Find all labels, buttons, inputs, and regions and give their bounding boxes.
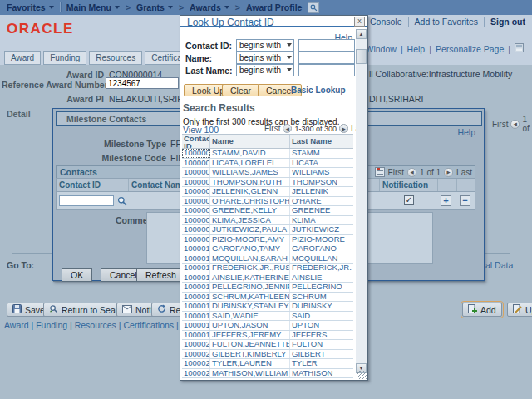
result-contact-id-link[interactable]: 1000019 [182, 331, 210, 340]
result-last-name-link[interactable]: SCHRUM [290, 293, 353, 302]
result-name-link[interactable]: MCQUILLAN,SARAH [210, 254, 290, 264]
milestone-help-link[interactable]: Help [457, 127, 475, 137]
personalize-page-link[interactable]: Personalize Page [436, 44, 504, 54]
result-contact-id-link[interactable]: 1000011 [182, 254, 210, 264]
scrollbar-thumb[interactable] [356, 49, 367, 64]
ok-button[interactable]: OK [62, 268, 92, 282]
result-contact-id-link[interactable]: 1000014 [182, 283, 210, 292]
result-last-name-link[interactable]: LICATA [290, 159, 353, 168]
result-name-link[interactable]: THOMPSON,RUTH [210, 178, 290, 187]
result-name-link[interactable]: AINSLIE,KATHERINE [210, 273, 290, 283]
result-contact-id-link[interactable]: 1000006 [182, 206, 210, 215]
result-contact-id-link[interactable]: 1000022 [182, 359, 210, 368]
sign-out-link[interactable]: Sign out [490, 17, 525, 27]
result-name-link[interactable]: FULTON,JEANNETTE [210, 340, 290, 349]
contact-id-lookup-icon[interactable] [117, 196, 127, 208]
result-last-name-link[interactable]: SAID [290, 312, 353, 321]
personalize-grid-icon[interactable] [375, 167, 385, 177]
result-last-name-link[interactable]: DUBINSKY [290, 302, 353, 311]
update-display-button[interactable]: Update [507, 303, 532, 317]
result-contact-id-link[interactable]: 1000013 [182, 273, 210, 283]
add-row-button[interactable]: + [441, 195, 451, 206]
result-last-name-link[interactable]: KLIMA [290, 216, 353, 225]
result-last-name-link[interactable]: WILLIAMS [290, 168, 353, 177]
result-name-link[interactable]: GREENEE,KELLY [210, 206, 290, 215]
add-to-favorites-link[interactable]: Add to Favorites [415, 17, 478, 27]
result-name-link[interactable]: DUBINSKY,STANLEY [210, 302, 290, 311]
menu-main-menu[interactable]: Main Menu [66, 2, 120, 12]
search-icon[interactable] [308, 2, 319, 13]
footer-link-certifications[interactable]: Certifications [123, 320, 174, 330]
result-last-name-link[interactable]: MCQUILLAN [290, 254, 353, 264]
result-contact-id-link[interactable]: 1000020 [182, 340, 210, 349]
result-name-link[interactable]: SAID,WADIE [210, 312, 290, 321]
result-contact-id-link[interactable]: 1000004 [182, 187, 210, 196]
basic-lookup-link[interactable]: Basic Lookup [291, 86, 346, 95]
tab-award[interactable]: Award [4, 51, 41, 65]
name-search-input[interactable] [298, 52, 355, 64]
result-contact-id-link[interactable]: 1000007 [182, 216, 210, 225]
result-name-link[interactable]: LICATA,LORELEI [210, 159, 290, 168]
result-contact-id-link[interactable]: 1000016 [182, 302, 210, 311]
scroll-up-icon[interactable]: ▲ [356, 29, 367, 39]
footer-link-resources[interactable]: Resources [75, 320, 116, 330]
footer-link-funding[interactable]: Funding [36, 320, 67, 330]
grid-pager-previous-icon[interactable]: ◀ [407, 168, 416, 177]
results-contact-id-header[interactable]: Contact ID [182, 135, 210, 148]
breadcrumb-awards[interactable]: Awards [190, 2, 229, 12]
reference-award-number-input[interactable] [106, 77, 179, 89]
result-contact-id-link[interactable]: 1000001 [182, 159, 210, 168]
result-contact-id-link[interactable]: 1000015 [182, 293, 210, 302]
contact-id-operator-select[interactable]: begins with [236, 39, 294, 52]
pager-first-link[interactable]: First [492, 120, 508, 129]
refresh-dialog-button[interactable]: Refresh [136, 268, 185, 282]
grid-pager-first-link[interactable]: First [388, 168, 404, 177]
result-name-link[interactable]: FREDERICK,JR.,RUSSELL [210, 264, 290, 273]
result-last-name-link[interactable]: TYLER [290, 359, 353, 368]
breadcrumb-grants[interactable]: Grants [136, 2, 173, 12]
result-name-link[interactable]: JUTKIEWICZ,PAULA [210, 225, 290, 234]
result-name-link[interactable]: STAMM,DAVID [210, 149, 290, 158]
add-button[interactable]: Add [462, 303, 502, 317]
result-last-name-link[interactable]: PELLEGRINO [290, 283, 353, 292]
menu-favorites[interactable]: Favorites [7, 2, 54, 12]
result-contact-id-link[interactable]: 1000002 [182, 168, 210, 177]
result-last-name-link[interactable]: JUTKIEWICZ [290, 225, 353, 234]
additional-data-link-fragment[interactable]: al Data [485, 260, 513, 270]
results-pager-first-link[interactable]: First [264, 124, 280, 133]
result-name-link[interactable]: GILBERT,KIMBERLY [210, 350, 290, 359]
grid-pager-last-link[interactable]: Last [456, 168, 472, 177]
close-icon[interactable]: x [354, 17, 365, 27]
result-name-link[interactable]: SCHRUM,KATHLEEN [210, 293, 290, 302]
result-contact-id-link[interactable]: 1000008 [182, 225, 210, 234]
results-name-header[interactable]: Name [210, 135, 290, 148]
result-name-link[interactable]: MATHISON,WILLIAM [210, 369, 290, 378]
breadcrumb-award-profile[interactable]: Award Profile [246, 2, 303, 12]
tab-funding[interactable]: Funding [43, 51, 86, 65]
result-last-name-link[interactable]: AINSLIE [290, 273, 353, 283]
notification-checkbox[interactable]: ✓ [404, 195, 414, 205]
contact-id-column-header[interactable]: Contact ID [57, 179, 129, 191]
footer-link-award[interactable]: Award [4, 320, 29, 330]
result-last-name-link[interactable]: GREENEE [290, 206, 353, 215]
modal-scrollbar[interactable]: ▲ ▼ [356, 29, 367, 373]
result-name-link[interactable]: GAROFANO,TAMY [210, 244, 290, 254]
delete-row-button[interactable]: − [460, 195, 470, 206]
result-last-name-link[interactable]: O'HARE [290, 197, 353, 206]
result-contact-id-link[interactable]: 1000009 [182, 235, 210, 244]
result-last-name-link[interactable]: THOMPSON [290, 178, 353, 187]
result-contact-id-link[interactable]: 1000003 [182, 178, 210, 187]
grid-pager-next-icon[interactable]: ▶ [444, 168, 453, 177]
last-name-search-input[interactable] [298, 64, 355, 76]
result-contact-id-link[interactable]: 1000012 [182, 264, 210, 273]
contact-id-input[interactable] [59, 195, 114, 206]
last-name-operator-select[interactable]: begins with [236, 64, 294, 76]
contact-id-search-input[interactable] [298, 39, 355, 52]
result-name-link[interactable]: KLIMA,JESSICA [210, 216, 290, 225]
result-contact-id-link[interactable]: 1000017 [182, 312, 210, 321]
clear-button[interactable]: Clear [222, 84, 259, 96]
result-contact-id-link[interactable]: 1000023 [182, 369, 210, 378]
result-contact-id-link[interactable]: 1000010 [182, 244, 210, 254]
results-pager-previous-icon[interactable]: ◀ [283, 124, 292, 133]
tab-resources[interactable]: Resources [89, 51, 142, 65]
